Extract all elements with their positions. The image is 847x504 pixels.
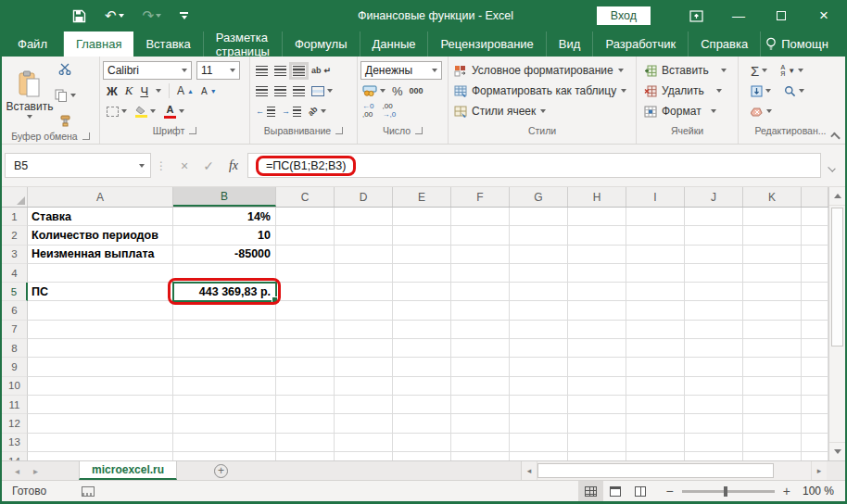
delete-cells-button[interactable]: Удалить — [644, 81, 735, 101]
cell-F2[interactable] — [451, 226, 510, 245]
align-bottom-icon[interactable] — [293, 66, 305, 76]
cell-A4[interactable] — [28, 264, 173, 283]
normal-view-button[interactable] — [578, 481, 603, 502]
sign-in-button[interactable]: Вход — [597, 6, 651, 25]
new-sheet-button[interactable]: + — [214, 464, 228, 478]
name-box[interactable]: B5 — [5, 153, 151, 178]
column-header-G[interactable]: G — [510, 187, 568, 207]
cell-C5[interactable] — [276, 283, 335, 301]
cell-A14[interactable] — [28, 452, 173, 460]
cell-A7[interactable] — [28, 321, 173, 339]
format-painter-icon[interactable] — [55, 115, 76, 127]
cell-D6[interactable] — [335, 301, 393, 320]
wrap-text-button[interactable]: ab↵ — [311, 66, 331, 75]
column-header-D[interactable]: D — [335, 187, 393, 207]
cell-F3[interactable] — [451, 246, 510, 264]
cell-E7[interactable] — [393, 321, 451, 339]
sort-filter-button[interactable]: АЯ ▼ — [780, 64, 803, 77]
cell-I13[interactable] — [626, 434, 685, 452]
sheet-tab-microexcel[interactable]: microexcel.ru — [79, 461, 177, 480]
accounting-format-button[interactable] — [362, 85, 386, 96]
cell-G1[interactable] — [510, 208, 568, 226]
cell-C13[interactable] — [276, 434, 335, 452]
assistant-item[interactable]: Помощн — [761, 37, 833, 51]
cell-A13[interactable] — [28, 434, 173, 452]
cell-G8[interactable] — [510, 339, 568, 358]
cell-E1[interactable] — [393, 208, 451, 226]
cell-K14[interactable] — [743, 452, 802, 460]
cell-B13[interactable] — [173, 434, 276, 452]
cell-B2[interactable]: 10 — [173, 226, 276, 245]
cell-E2[interactable] — [393, 226, 451, 245]
cell-D8[interactable] — [335, 339, 393, 358]
cell-H3[interactable] — [568, 246, 626, 264]
cell-H10[interactable] — [568, 377, 626, 396]
cell-F10[interactable] — [451, 377, 510, 396]
row-header-6[interactable]: 6 — [2, 301, 28, 320]
cell-A11[interactable] — [28, 396, 173, 414]
align-middle-icon[interactable] — [274, 66, 286, 76]
cell-B9[interactable] — [173, 358, 276, 376]
cell-A1[interactable]: Ставка — [28, 208, 173, 226]
cell-J4[interactable] — [685, 264, 743, 283]
horizontal-scroll-thumb[interactable] — [537, 463, 774, 478]
cell-J6[interactable] — [685, 301, 743, 320]
enter-icon[interactable]: ✓ — [203, 158, 214, 173]
scroll-up-arrow[interactable] — [829, 187, 845, 206]
find-select-button[interactable] — [784, 85, 804, 97]
cell-I5[interactable] — [626, 283, 685, 301]
cell-H4[interactable] — [568, 264, 626, 283]
cell-D11[interactable] — [335, 396, 393, 414]
column-header-I[interactable]: I — [626, 187, 685, 207]
cell-D13[interactable] — [335, 434, 393, 452]
cell-J14[interactable] — [685, 452, 743, 460]
cell-C14[interactable] — [276, 452, 335, 460]
row-header-10[interactable]: 10 — [2, 377, 28, 396]
cell-B10[interactable] — [173, 377, 276, 396]
cell-I4[interactable] — [626, 264, 685, 283]
orientation-button[interactable]: ab — [308, 107, 326, 116]
cell-H14[interactable] — [568, 452, 626, 460]
cell-B1[interactable]: 14% — [173, 208, 276, 226]
cell-E10[interactable] — [393, 377, 451, 396]
cell-I7[interactable] — [626, 321, 685, 339]
fill-color-button[interactable] — [135, 106, 156, 118]
cell-F9[interactable] — [451, 358, 510, 376]
cell-I12[interactable] — [626, 414, 685, 433]
tab-формулы[interactable]: Формулы — [283, 32, 360, 57]
zoom-slider[interactable] — [682, 490, 775, 493]
cell-H5[interactable] — [568, 283, 626, 301]
row-header-4[interactable]: 4 — [2, 264, 28, 283]
cell-J13[interactable] — [685, 434, 743, 452]
shrink-font-button[interactable]: А▼ — [201, 86, 217, 96]
cell-G13[interactable] — [510, 434, 568, 452]
cell-K10[interactable] — [743, 377, 802, 396]
cut-icon[interactable] — [55, 63, 76, 75]
scroll-down-arrow[interactable] — [829, 442, 845, 460]
column-header-C[interactable]: C — [276, 187, 335, 207]
cell-F11[interactable] — [451, 396, 510, 414]
column-header-H[interactable]: H — [568, 187, 626, 207]
cell-D1[interactable] — [335, 208, 393, 226]
cell-J12[interactable] — [685, 414, 743, 433]
cell-I8[interactable] — [626, 339, 685, 358]
format-as-table-button[interactable]: Форматировать как таблицу — [454, 81, 633, 101]
row-header-9[interactable]: 9 — [2, 358, 28, 376]
ribbon-display-options-button[interactable] — [675, 0, 717, 32]
tab-вид[interactable]: Вид — [547, 32, 594, 57]
cell-G12[interactable] — [510, 414, 568, 433]
scroll-left-arrow[interactable]: ◂ — [522, 461, 537, 480]
cell-B3[interactable]: -85000 — [173, 246, 276, 264]
cell-H1[interactable] — [568, 208, 626, 226]
cell-K7[interactable] — [743, 321, 802, 339]
format-cells-button[interactable]: Формат — [644, 101, 735, 121]
cell-D3[interactable] — [335, 246, 393, 264]
cell-D9[interactable] — [335, 358, 393, 376]
cell-B6[interactable] — [173, 301, 276, 320]
cell-C11[interactable] — [276, 396, 335, 414]
cell-G3[interactable] — [510, 246, 568, 264]
cell-H8[interactable] — [568, 339, 626, 358]
column-header-J[interactable]: J — [685, 187, 743, 207]
cell-H9[interactable] — [568, 358, 626, 376]
cell-E13[interactable] — [393, 434, 451, 452]
